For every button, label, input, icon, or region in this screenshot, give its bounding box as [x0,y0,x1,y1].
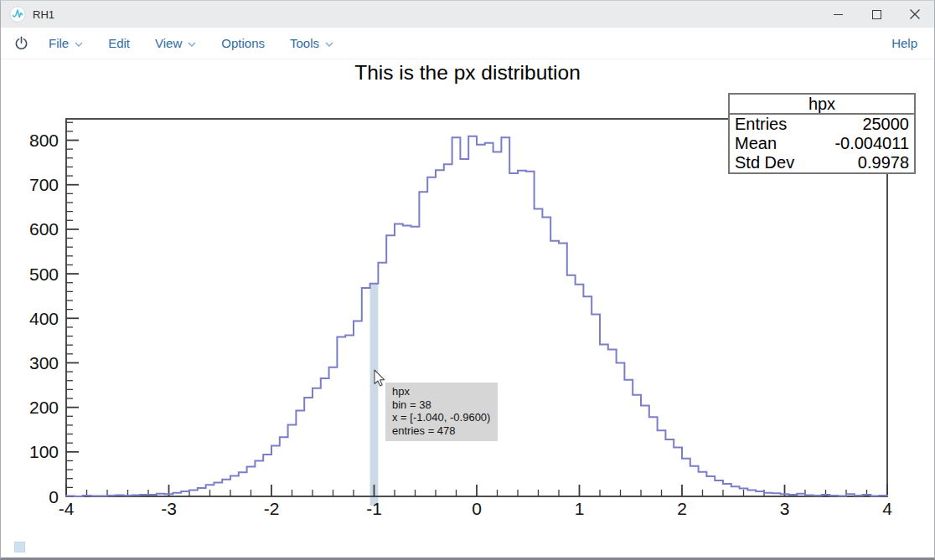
chart-title: This is the px distribution [1,61,934,85]
y-tick-label: 700 [29,175,59,194]
plot-canvas[interactable]: 0100200300400500600700800-4-3-2-101234 [1,1,935,560]
chevron-down-icon [325,42,333,47]
close-button[interactable] [896,1,934,28]
x-tick-label: 0 [472,499,482,518]
x-tick-label: -3 [161,499,177,518]
tooltip-line: hpx [392,385,490,398]
menu-item-options[interactable]: Options [221,36,265,50]
stats-row: Mean -0.004011 [730,134,914,153]
highlighted-bin[interactable] [370,284,379,506]
menu-item-tools[interactable]: Tools [290,36,333,50]
chevron-down-icon [75,42,83,47]
root-app-icon [9,6,26,23]
tooltip-line: bin = 38 [392,398,490,412]
power-icon [14,36,28,50]
menu-item-file[interactable]: File [49,36,83,50]
menu-item-view-label: View [155,36,182,50]
maximize-icon [872,10,881,19]
menu-item-help[interactable]: Help [891,36,917,50]
window-title: RH1 [33,8,54,21]
chevron-down-icon [188,42,196,47]
stats-value: 0.9978 [858,153,909,172]
y-tick-label: 600 [29,219,59,239]
x-tick-label: -2 [264,499,280,518]
title-bar: RH1 [1,1,934,28]
y-tick-label: 200 [29,398,59,417]
y-tick-label: 800 [29,131,59,150]
tooltip-line: entries = 478 [392,424,490,438]
menu-item-tools-label: Tools [290,36,319,50]
maximize-button[interactable] [857,1,896,28]
minimize-button[interactable] [819,1,857,28]
window-controls [819,1,934,28]
x-tick-label: 4 [882,499,892,518]
x-tick-label: 1 [575,499,585,518]
menu-item-edit[interactable]: Edit [108,36,130,50]
y-tick-label: 100 [29,442,59,461]
minimize-icon [834,10,843,19]
close-icon [910,9,920,19]
y-tick-label: 500 [29,265,59,284]
menu-item-view[interactable]: View [155,36,196,50]
menu-bar: File Edit View Options Tools Help [1,28,934,59]
x-tick-label: -4 [59,499,75,518]
x-tick-label: 3 [780,499,790,518]
status-square [14,542,25,552]
y-tick-label: 300 [29,353,59,372]
stats-row: Entries 25000 [730,115,914,134]
histogram-line[interactable] [66,136,887,496]
terminate-button[interactable] [14,36,28,50]
bin-tooltip: hpx bin = 38 x = [-1.040, -0.9600) entri… [385,383,498,441]
menu-item-options-label: Options [221,36,265,50]
stats-label: Mean [735,134,777,153]
stats-label: Std Dev [735,153,794,172]
menu-item-file-label: File [49,36,69,50]
x-tick-label: 2 [677,499,687,518]
y-tick-label: 400 [29,309,59,328]
menu-item-edit-label: Edit [108,36,130,50]
stats-row: Std Dev 0.9978 [730,153,914,172]
stats-box-title: hpx [730,95,914,115]
y-tick-label: 0 [49,487,59,506]
stats-label: Entries [735,115,787,134]
stats-value: 25000 [862,115,909,134]
root-canvas-window: RH1 File [0,0,935,560]
mouse-cursor-icon [373,369,388,388]
x-tick-label: -1 [366,499,382,518]
tooltip-line: x = [-1.040, -0.9600) [392,411,490,424]
stats-value: -0.004011 [834,134,909,153]
stats-box[interactable]: hpx Entries 25000 Mean -0.004011 Std Dev… [728,93,916,174]
